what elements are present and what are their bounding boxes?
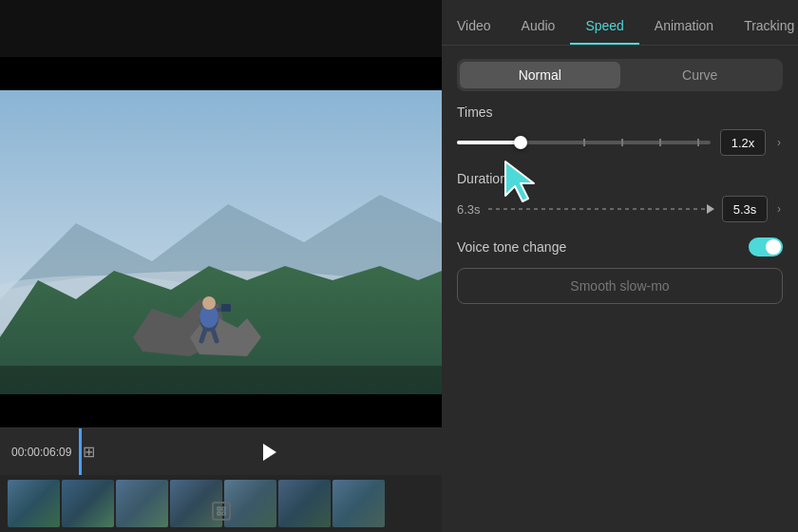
slider-tick-1 — [583, 139, 585, 146]
duration-label: Duration — [457, 171, 783, 186]
times-slider-fill — [457, 141, 521, 144]
times-slider-track[interactable] — [457, 141, 711, 144]
right-panel: Video Audio Speed Animation Tracking Nor… — [442, 0, 798, 532]
speed-content: Times 1.2x › Duration 6.3s 5.3s › — [442, 104, 798, 532]
voice-tone-toggle[interactable] — [749, 238, 783, 256]
voice-tone-row: Voice tone change — [457, 238, 783, 256]
timeline-time: 00:00:06:09 — [11, 446, 71, 459]
toggle-knob — [766, 239, 781, 255]
tab-tracking[interactable]: Tracking — [729, 7, 798, 45]
play-button[interactable] — [254, 437, 284, 467]
slider-tick-2 — [621, 139, 623, 146]
tab-video[interactable]: Video — [442, 7, 506, 45]
sub-tabs: Normal Curve — [457, 59, 783, 91]
duration-row: 6.3s 5.3s › — [457, 196, 783, 222]
timeline-bar: 00:00:06:09 ⊞ — [0, 428, 442, 475]
thumbnail-2 — [62, 480, 114, 527]
top-bar — [0, 0, 442, 57]
thumbnail-5 — [224, 480, 276, 527]
duration-arrow — [707, 204, 714, 214]
thumbnail-6 — [278, 480, 331, 527]
video-preview — [0, 57, 442, 428]
times-arrow-btn[interactable]: › — [775, 134, 783, 151]
duration-arrow-btn[interactable]: › — [775, 200, 783, 218]
svg-rect-10 — [221, 304, 231, 312]
slider-tick-3 — [659, 139, 661, 146]
times-label: Times — [457, 104, 783, 120]
tab-animation[interactable]: Animation — [639, 7, 729, 45]
slider-tick-4 — [697, 139, 699, 146]
expand-icon[interactable] — [212, 502, 231, 521]
sub-tab-curve[interactable]: Curve — [620, 62, 781, 88]
duration-original: 6.3s — [457, 202, 481, 217]
left-panel: 00:00:06:09 ⊞ — [0, 0, 442, 532]
smooth-slowmo-button[interactable]: Smooth slow-mo — [457, 268, 783, 304]
duration-track — [488, 208, 714, 210]
tab-speed[interactable]: Speed — [570, 7, 638, 45]
tab-audio[interactable]: Audio — [506, 7, 571, 45]
play-icon — [263, 444, 276, 461]
grid-icon[interactable]: ⊞ — [83, 443, 95, 461]
svg-rect-16 — [218, 507, 220, 510]
thumbnail-7 — [332, 480, 385, 527]
times-slider-thumb[interactable] — [514, 136, 527, 149]
times-slider-row: 1.2x › — [457, 129, 783, 156]
svg-rect-18 — [218, 512, 220, 515]
duration-value[interactable]: 5.3s — [722, 196, 768, 222]
thumbnail-3 — [116, 480, 168, 527]
sub-tab-normal[interactable]: Normal — [460, 62, 620, 88]
tabs-bar: Video Audio Speed Animation Tracking — [442, 0, 798, 46]
times-value[interactable]: 1.2x — [720, 129, 766, 156]
thumbnail-1 — [8, 480, 60, 527]
timeline-marker — [79, 428, 82, 476]
voice-tone-label: Voice tone change — [457, 239, 566, 255]
svg-rect-17 — [222, 507, 225, 510]
svg-rect-19 — [222, 512, 225, 515]
svg-rect-15 — [0, 366, 442, 394]
thumbnail-strip — [0, 475, 442, 532]
svg-point-14 — [202, 296, 216, 310]
